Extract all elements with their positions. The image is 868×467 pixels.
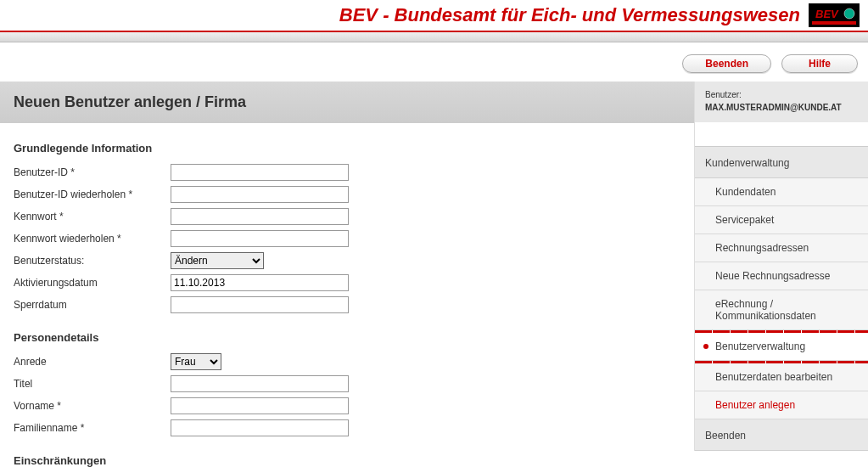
header-title: BEV - Bundesamt für Eich- und Vermessung… <box>339 4 800 26</box>
input-vorname[interactable] <box>171 397 349 414</box>
section-einschraenkungen: Einschränkungen <box>14 454 680 467</box>
form-area: Grundlegende Information Benutzer-ID * B… <box>0 123 694 467</box>
row-benutzer-id-wdh: Benutzer-ID wiederholen * <box>14 183 680 205</box>
nav-item-neue-rechnungsadresse[interactable]: Neue Rechnungsadresse <box>695 262 868 290</box>
nav-item-rechnungsadressen[interactable]: Rechnungsadressen <box>695 234 868 262</box>
section-grundlegende: Grundlegende Information <box>14 142 680 155</box>
left-column: Neuen Benutzer anlegen / Firma Grundlege… <box>0 82 694 467</box>
input-titel[interactable] <box>171 375 349 392</box>
nav-section: Kundenverwaltung Kundendaten Servicepake… <box>695 146 868 451</box>
user-value: MAX.MUSTERADMIN@KUNDE.AT <box>705 103 858 112</box>
select-anrede[interactable]: Frau <box>171 353 221 370</box>
header-bar: BEV - Bundesamt für Eich- und Vermessung… <box>0 0 868 32</box>
input-kennwort-wdh[interactable] <box>171 230 349 247</box>
row-vorname: Vorname * <box>14 395 680 417</box>
label-vorname: Vorname * <box>14 400 171 412</box>
input-benutzer-id[interactable] <box>171 164 349 181</box>
input-familienname[interactable] <box>171 419 349 436</box>
nav-item-erechnung[interactable]: eRechnung / Kommunikationsdaten <box>695 290 868 330</box>
row-kennwort: Kennwort * <box>14 205 680 228</box>
row-benutzerstatus: Benutzerstatus: Ändern <box>14 250 680 272</box>
label-kennwort-wdh: Kennwort wiederholen * <box>14 233 171 245</box>
sidebar-spacer <box>695 122 868 146</box>
nav-item-benutzerverwaltung[interactable]: Benutzerverwaltung <box>695 333 868 361</box>
sub-header-stripe <box>0 32 868 42</box>
user-label: Benutzer: <box>705 90 858 99</box>
label-anrede: Anrede <box>14 356 171 368</box>
input-sperrdatum[interactable] <box>171 296 349 313</box>
select-benutzerstatus[interactable]: Ändern <box>171 252 264 269</box>
hilfe-button[interactable]: Hilfe <box>781 54 858 73</box>
beenden-button[interactable]: Beenden <box>682 54 771 73</box>
row-kennwort-wdh: Kennwort wiederholen * <box>14 228 680 250</box>
row-anrede: Anrede Frau <box>14 351 680 373</box>
nav-item-benutzerdaten-bearbeiten[interactable]: Benutzerdaten bearbeiten <box>695 363 868 391</box>
main-wrap: Neuen Benutzer anlegen / Firma Grundlege… <box>0 82 868 467</box>
label-sperrdatum: Sperrdatum <box>14 299 171 311</box>
row-titel: Titel <box>14 373 680 395</box>
logo-text: BEV <box>815 8 839 20</box>
label-kennwort: Kennwort * <box>14 211 171 222</box>
nav-item-benutzer-anlegen[interactable]: Benutzer anlegen <box>695 391 868 419</box>
label-benutzerstatus: Benutzerstatus: <box>14 255 171 267</box>
label-titel: Titel <box>14 378 171 390</box>
page-title: Neuen Benutzer anlegen / Firma <box>0 82 694 123</box>
row-aktivierungsdatum: Aktivierungsdatum <box>14 272 680 294</box>
label-benutzer-id: Benutzer-ID * <box>14 166 171 178</box>
svg-rect-3 <box>812 21 856 25</box>
top-button-row: Beenden Hilfe <box>0 42 868 82</box>
input-aktivierungsdatum[interactable] <box>171 274 349 291</box>
header-logo: BEV <box>809 3 860 27</box>
label-benutzer-id-wdh: Benutzer-ID wiederholen * <box>14 188 171 200</box>
row-sperrdatum: Sperrdatum <box>14 294 680 316</box>
right-sidebar: Benutzer: MAX.MUSTERADMIN@KUNDE.AT Kunde… <box>694 82 868 451</box>
row-benutzer-id: Benutzer-ID * <box>14 161 680 183</box>
nav-item-servicepaket[interactable]: Servicepaket <box>695 206 868 234</box>
row-familienname: Familienname * <box>14 417 680 439</box>
nav-head-kundenverwaltung[interactable]: Kundenverwaltung <box>695 147 868 178</box>
user-box: Benutzer: MAX.MUSTERADMIN@KUNDE.AT <box>695 82 868 122</box>
section-personendetails: Personendetails <box>14 331 680 344</box>
nav-item-kundendaten[interactable]: Kundendaten <box>695 178 868 206</box>
label-familienname: Familienname * <box>14 422 171 434</box>
input-benutzer-id-wdh[interactable] <box>171 186 349 203</box>
nav-head-beenden[interactable]: Beenden <box>695 419 868 451</box>
label-aktivierungsdatum: Aktivierungsdatum <box>14 277 171 289</box>
input-kennwort[interactable] <box>171 208 349 225</box>
